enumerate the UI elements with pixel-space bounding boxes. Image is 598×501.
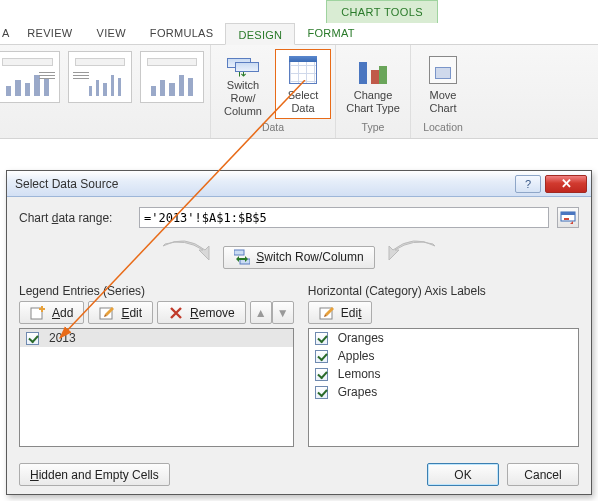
svg-rect-4: [234, 250, 244, 255]
change-chart-type-label-2: Chart Type: [346, 102, 400, 115]
edit-series-button[interactable]: Edit: [88, 301, 153, 324]
switch-row-column-label-1: Switch Row/: [216, 79, 270, 105]
help-icon: ?: [525, 178, 531, 190]
remove-icon: [168, 305, 184, 321]
contextual-tab-chart-tools: CHART TOOLS: [326, 0, 438, 23]
up-icon: ▲: [255, 306, 267, 320]
tab-formulas[interactable]: FORMULAS: [138, 22, 226, 44]
category-checkbox[interactable]: [315, 332, 328, 345]
close-button[interactable]: ✕: [545, 175, 587, 193]
ribbon-body: ⇄ Switch Row/ Column Select Data Data Ch…: [0, 45, 598, 139]
series-label: 2013: [49, 331, 76, 345]
chart-data-range-input[interactable]: [139, 207, 549, 228]
ok-label: OK: [454, 468, 471, 482]
category-checkbox[interactable]: [315, 386, 328, 399]
add-series-label: Add: [52, 306, 73, 320]
move-series-up-button[interactable]: ▲: [250, 301, 272, 324]
change-chart-type-button[interactable]: Change Chart Type: [340, 49, 406, 119]
move-chart-icon: [427, 54, 459, 86]
remove-series-button[interactable]: Remove: [157, 301, 246, 324]
tab-view[interactable]: VIEW: [85, 22, 138, 44]
category-checkbox[interactable]: [315, 350, 328, 363]
tab-partial[interactable]: A: [2, 22, 15, 44]
select-data-source-dialog: Select Data Source ? ✕ Chart data range:: [6, 170, 592, 495]
list-item[interactable]: Oranges: [309, 329, 578, 347]
group-chart-layouts: [0, 45, 211, 138]
series-checkbox[interactable]: [26, 332, 39, 345]
cancel-label: Cancel: [524, 468, 561, 482]
add-series-button[interactable]: Add: [19, 301, 84, 324]
group-location: Move Chart Location: [411, 45, 475, 138]
switch-row-column-button[interactable]: ⇄ Switch Row/ Column: [215, 49, 271, 119]
switch-row-column-row: Switch Row/Column: [19, 236, 579, 276]
help-button[interactable]: ?: [515, 175, 541, 193]
curved-arrow-right-icon: [387, 240, 439, 274]
edit-axis-labels-button[interactable]: Edit: [308, 301, 373, 324]
chart-layout-thumb-3[interactable]: [140, 51, 204, 103]
cancel-button[interactable]: Cancel: [507, 463, 579, 486]
group-data: ⇄ Switch Row/ Column Select Data Data: [211, 45, 336, 138]
axis-labels-heading: Horizontal (Category) Axis Labels: [308, 284, 579, 298]
svg-rect-2: [561, 212, 575, 215]
range-collapse-button[interactable]: [557, 207, 579, 228]
category-label: Grapes: [338, 385, 377, 399]
switch-row-column-icon: ⇄: [227, 54, 259, 76]
tab-review[interactable]: REVIEW: [15, 22, 84, 44]
ribbon-contextual-row: CHART TOOLS: [0, 0, 598, 23]
move-chart-label-2: Chart: [430, 102, 457, 115]
category-label: Oranges: [338, 331, 384, 345]
select-data-icon: [287, 54, 319, 86]
group-type: Change Chart Type Type: [336, 45, 411, 138]
tab-design[interactable]: DESIGN: [225, 23, 295, 45]
ribbon-tabstrip: A REVIEW VIEW FORMULAS DESIGN FORMAT: [0, 23, 598, 45]
category-label: Apples: [338, 349, 375, 363]
switch-row-column-dialog-icon: [234, 249, 250, 265]
axis-labels-column: Horizontal (Category) Axis Labels Edit O…: [308, 284, 579, 447]
select-data-label-2: Data: [291, 102, 314, 115]
group-data-label: Data: [262, 119, 284, 135]
change-chart-type-label-1: Change: [354, 89, 393, 102]
list-item[interactable]: Grapes: [309, 383, 578, 401]
switch-row-column-label-2: Column: [224, 105, 262, 118]
down-icon: ▼: [277, 306, 289, 320]
legend-entries-column: Legend Entries (Series) Add Edit Remove: [19, 284, 294, 447]
legend-entries-heading: Legend Entries (Series): [19, 284, 294, 298]
legend-series-listbox[interactable]: 2013: [19, 328, 294, 447]
curved-arrow-left-icon: [159, 240, 211, 274]
dialog-title: Select Data Source: [15, 177, 118, 191]
range-collapse-icon: [560, 210, 576, 226]
edit-icon: [319, 305, 335, 321]
list-item[interactable]: 2013: [20, 329, 293, 347]
add-icon: [30, 305, 46, 321]
switch-row-column-dialog-label: Switch Row/Column: [256, 250, 363, 264]
edit-icon: [99, 305, 115, 321]
list-item[interactable]: Apples: [309, 347, 578, 365]
axis-labels-listbox[interactable]: Oranges Apples Lemons Grapes: [308, 328, 579, 447]
dialog-titlebar[interactable]: Select Data Source ? ✕: [7, 171, 591, 197]
chart-data-range-row: Chart data range:: [19, 207, 579, 228]
select-data-label-1: Select: [288, 89, 319, 102]
list-item[interactable]: Lemons: [309, 365, 578, 383]
remove-series-label: Remove: [190, 306, 235, 320]
svg-rect-3: [564, 218, 569, 220]
edit-axis-labels-label: Edit: [341, 306, 362, 320]
chart-layout-thumb-2[interactable]: [68, 51, 132, 103]
move-series-down-button[interactable]: ▼: [272, 301, 294, 324]
move-chart-button[interactable]: Move Chart: [415, 49, 471, 119]
tab-format[interactable]: FORMAT: [295, 22, 366, 44]
category-label: Lemons: [338, 367, 381, 381]
category-checkbox[interactable]: [315, 368, 328, 381]
edit-series-label: Edit: [121, 306, 142, 320]
change-chart-type-icon: [357, 54, 389, 86]
switch-row-column-dialog-button[interactable]: Switch Row/Column: [223, 246, 374, 269]
hidden-empty-cells-button[interactable]: Hidden and Empty Cells: [19, 463, 170, 486]
group-location-label: Location: [423, 119, 463, 135]
move-chart-label-1: Move: [430, 89, 457, 102]
dialog-footer: Hidden and Empty Cells OK Cancel: [7, 455, 591, 494]
select-data-button[interactable]: Select Data: [275, 49, 331, 119]
chart-data-range-label: Chart data range:: [19, 211, 131, 225]
ok-button[interactable]: OK: [427, 463, 499, 486]
hidden-empty-cells-label: Hidden and Empty Cells: [30, 468, 159, 482]
chart-layout-thumb-1[interactable]: [0, 51, 60, 103]
group-type-label: Type: [362, 119, 385, 135]
